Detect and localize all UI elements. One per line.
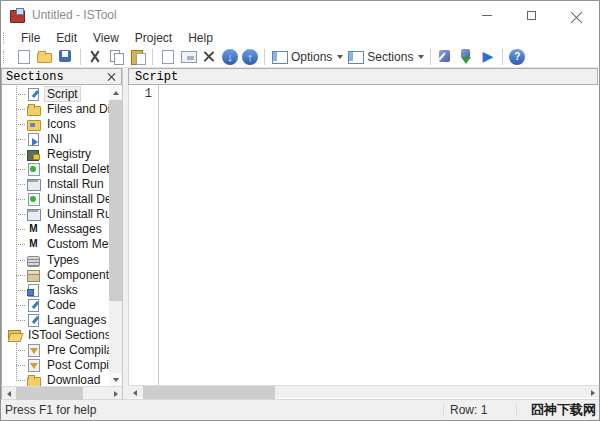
tree-item-uninstall-delete[interactable]: Uninstall Delete xyxy=(2,192,109,207)
box-icon xyxy=(26,268,41,282)
scrollbar-thumb[interactable] xyxy=(109,100,122,301)
tree-item-uninstall-run[interactable]: Uninstall Run xyxy=(2,207,109,222)
chevron-down-icon[interactable] xyxy=(418,55,424,59)
toolbar-separator xyxy=(264,49,265,65)
scroll-left-icon[interactable] xyxy=(2,387,15,400)
app-icon xyxy=(9,7,25,23)
chevron-down-icon[interactable] xyxy=(337,55,343,59)
tree-item-label: Install Delete xyxy=(45,162,109,176)
edit-page-icon xyxy=(26,298,41,312)
close-button[interactable] xyxy=(554,1,599,29)
tree-item-ini[interactable]: INI xyxy=(2,131,109,146)
tree-item-messages[interactable]: MMessages xyxy=(2,222,109,237)
copy-button[interactable] xyxy=(106,47,127,67)
status-help-text: Press F1 for help xyxy=(1,403,437,417)
new-icon xyxy=(15,48,32,65)
script-editor-title: Script xyxy=(135,70,178,84)
compile-arrow-icon xyxy=(26,358,41,372)
menubar-grip-handle[interactable] xyxy=(3,32,7,44)
tree-item-tasks[interactable]: Tasks xyxy=(2,282,109,297)
statusbar-divider xyxy=(443,403,444,417)
sections-icon xyxy=(347,48,364,65)
tree-item-registry[interactable]: Registry xyxy=(2,146,109,161)
toolbar-grip-handle[interactable] xyxy=(3,51,7,63)
test-compile-icon xyxy=(458,48,475,65)
tree-item-label: Files and Dirs xyxy=(45,102,109,116)
line-number-gutter: 1 xyxy=(129,85,159,385)
tree-item-label: Tasks xyxy=(45,283,80,297)
main-content: Sections ScriptFiles and DirsIconsINIReg… xyxy=(1,68,599,399)
menu-file[interactable]: File xyxy=(13,29,48,46)
script-editor-panel: Script 1 xyxy=(128,68,599,399)
tree-item-code[interactable]: Code xyxy=(2,297,109,312)
tree-item-custom-messages[interactable]: MCustom Messages xyxy=(2,237,109,252)
sections-tree-wrap: ScriptFiles and DirsIconsINIRegistryInst… xyxy=(1,85,122,386)
menu-help[interactable]: Help xyxy=(180,29,221,46)
scrollbar-thumb[interactable] xyxy=(143,386,275,399)
tree-item-label: Code xyxy=(45,298,78,312)
editor-horizontal-scrollbar[interactable] xyxy=(128,385,599,398)
cut-button[interactable] xyxy=(85,47,106,67)
watermark-text: 囧神下载网 xyxy=(523,401,599,419)
tree-group: Pre Compilation ScriptPost Compilation S… xyxy=(2,343,109,386)
sections-horizontal-scrollbar[interactable] xyxy=(1,386,122,399)
move-up-button[interactable]: ↑ xyxy=(240,47,260,67)
tree-item-pre-compilation-script[interactable]: Pre Compilation Script xyxy=(2,343,109,358)
tree-item-label: Types xyxy=(45,253,81,267)
tree-item-label: Icons xyxy=(45,117,78,131)
tree-item-icons[interactable]: Icons xyxy=(2,116,109,131)
sections-panel-header: Sections xyxy=(1,68,122,85)
menu-edit[interactable]: Edit xyxy=(48,29,85,46)
toolbar-separator xyxy=(430,49,431,65)
paste-button[interactable] xyxy=(127,47,148,67)
tree-item-istool-sections[interactable]: ISTool Sections xyxy=(2,328,109,343)
scroll-down-icon[interactable] xyxy=(109,373,122,386)
menu-project[interactable]: Project xyxy=(127,29,180,46)
menu-view[interactable]: View xyxy=(85,29,127,46)
code-area[interactable] xyxy=(159,85,599,385)
tree-item-install-delete[interactable]: Install Delete xyxy=(2,161,109,176)
run-button[interactable]: ▶ xyxy=(477,47,498,67)
sections-panel-close-icon[interactable] xyxy=(106,71,117,82)
tree-item-types[interactable]: Types xyxy=(2,252,109,267)
new-button[interactable] xyxy=(13,47,34,67)
tree-item-label: Languages xyxy=(45,313,108,327)
status-row-indicator: Row: 1 xyxy=(450,403,510,417)
tree-item-install-run[interactable]: Install Run xyxy=(2,177,109,192)
add-entry-button[interactable]: ✓ xyxy=(157,47,178,67)
options-icon xyxy=(271,48,288,65)
options-button[interactable]: Options xyxy=(269,47,345,67)
maximize-button[interactable] xyxy=(509,1,554,29)
minimize-button[interactable] xyxy=(464,1,509,29)
scroll-right-icon[interactable] xyxy=(586,386,599,399)
sections-button[interactable]: Sections xyxy=(345,47,426,67)
open-button[interactable] xyxy=(34,47,55,67)
window-controls xyxy=(464,1,599,29)
script-editor-header: Script xyxy=(128,68,598,85)
tree-item-files-and-dirs[interactable]: Files and Dirs xyxy=(2,101,109,116)
app-window: Untitled - ISTool FileEditViewProjectHel… xyxy=(0,0,600,421)
edit-entry-button[interactable] xyxy=(178,47,199,67)
minimize-icon xyxy=(482,15,492,16)
tree-item-download[interactable]: Download xyxy=(2,373,109,386)
toolbar-separator xyxy=(152,49,153,65)
edit-page-icon xyxy=(26,313,41,327)
move-down-button[interactable]: ↓ xyxy=(220,47,240,67)
test-compile-button[interactable] xyxy=(456,47,477,67)
script-editor-body: 1 xyxy=(128,85,599,385)
delete-entry-button[interactable] xyxy=(199,47,220,67)
help-button[interactable]: ? xyxy=(507,47,527,67)
sections-vertical-scrollbar[interactable] xyxy=(109,86,122,386)
copy-icon xyxy=(108,48,125,65)
save-button[interactable] xyxy=(55,47,76,67)
scrollbar-thumb[interactable] xyxy=(16,387,83,400)
title-bar: Untitled - ISTool xyxy=(1,1,599,29)
compile-button[interactable] xyxy=(435,47,456,67)
tree-item-components[interactable]: Components xyxy=(2,267,109,282)
scroll-right-icon[interactable] xyxy=(109,387,122,400)
scroll-up-icon[interactable] xyxy=(109,86,122,99)
tree-item-post-compilation-script[interactable]: Post Compilation Script xyxy=(2,358,109,373)
tree-item-script[interactable]: Script xyxy=(2,86,109,101)
scroll-left-icon[interactable] xyxy=(128,386,141,399)
tree-item-languages[interactable]: Languages xyxy=(2,312,109,327)
